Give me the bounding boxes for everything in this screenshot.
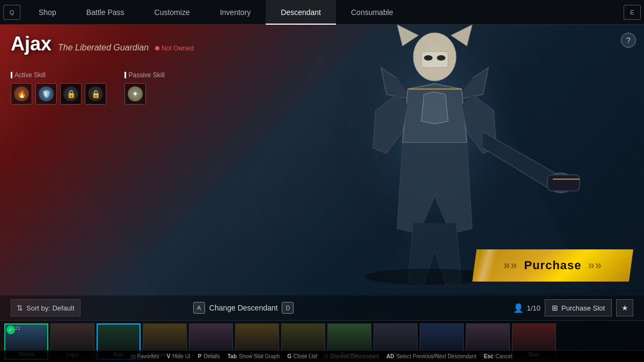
character-title: The Liberated Guardian — [58, 43, 149, 53]
info-panel: Ajax The Liberated Guardian Not Owned Ac… — [11, 33, 194, 105]
not-owned-badge: Not Owned — [155, 45, 194, 52]
hint-action: Close List — [294, 353, 317, 359]
active-skill-icons: 🔥 🛡️ 🔒 🔒 — [11, 83, 106, 105]
nav-descendant[interactable]: Descendant — [266, 0, 336, 25]
hint-item: VHide UI — [167, 353, 191, 359]
svg-point-13 — [424, 43, 445, 70]
active-skill-label: Active Skill — [11, 71, 106, 79]
hint-action: Select Previous/Next Descendant — [397, 353, 477, 359]
favorite-button[interactable]: ★ — [616, 299, 633, 316]
nav-right-key[interactable]: E — [624, 5, 641, 20]
hint-item: GClose List — [287, 353, 317, 359]
purchase-button[interactable]: »» Purchase »» — [472, 249, 633, 282]
hint-item: EscCancel — [484, 353, 513, 359]
help-button[interactable]: ? — [621, 33, 636, 48]
purchase-slot-button[interactable]: ⊞ Purchase Slot — [545, 299, 612, 316]
star-icon: ★ — [621, 304, 628, 312]
hint-key: □ — [325, 353, 328, 359]
hint-action: Favorites — [137, 353, 159, 359]
main-area: Ajax The Liberated Guardian Not Owned Ac… — [0, 25, 644, 362]
hint-key: □ — [132, 353, 135, 359]
passive-skill-icon-1[interactable]: ✦ — [125, 83, 146, 105]
nav-customize[interactable]: Customize — [140, 0, 205, 25]
nav-shop[interactable]: Shop — [24, 0, 71, 25]
hint-key: Esc — [484, 353, 494, 359]
sort-button[interactable]: ⇅ Sort by: Default — [11, 299, 80, 316]
hint-key: Tab — [228, 353, 237, 359]
hint-key: G — [287, 353, 291, 359]
nav-inventory[interactable]: Inventory — [205, 0, 266, 25]
hint-item: ADSelect Previous/Next Descendant — [386, 353, 476, 359]
hint-action: Show Stat Graph — [239, 353, 280, 359]
hint-action: Hide UI — [172, 353, 190, 359]
not-owned-dot — [155, 46, 159, 50]
slot-count: 👤 1/10 — [513, 303, 540, 313]
hint-item: □Dismiss Descendant — [325, 353, 379, 359]
active-skills-group: Active Skill 🔥 🛡️ 🔒 🔒 — [11, 71, 106, 105]
passive-skill-label: Passive Skill — [125, 71, 164, 79]
hint-item: PDetails — [198, 353, 220, 359]
key-a-badge[interactable]: A — [193, 302, 205, 314]
hint-item: □Favorites — [132, 353, 159, 359]
top-navigation: Q Shop Battle Pass Customize Inventory D… — [0, 0, 644, 25]
character-name: Ajax — [11, 33, 52, 55]
key-d-badge[interactable]: D — [282, 302, 294, 314]
skill-icon-1[interactable]: 🔥 — [11, 83, 32, 105]
passive-skills-group: Passive Skill ✦ — [125, 71, 164, 105]
footer-hints: □FavoritesVHide UIPDetailsTabShow Stat G… — [0, 350, 644, 362]
hint-action: Dismiss Descendant — [330, 353, 379, 359]
nav-left-key[interactable]: Q — [3, 5, 20, 20]
skill-icon-4[interactable]: 🔒 — [85, 83, 106, 105]
skills-section: Active Skill 🔥 🛡️ 🔒 🔒 — [11, 71, 194, 105]
nav-battle-pass[interactable]: Battle Pass — [71, 0, 140, 25]
hint-key: V — [167, 353, 171, 359]
nav-consumable[interactable]: Consumable — [336, 0, 408, 25]
change-descendant-control: A Change Descendant D — [193, 302, 294, 314]
passive-skill-icons: ✦ — [125, 83, 164, 105]
hint-action: Details — [203, 353, 220, 359]
hint-action: Cancel — [495, 353, 512, 359]
bottom-controls: ⇅ Sort by: Default A Change Descendant D… — [0, 295, 644, 320]
character-name-row: Ajax The Liberated Guardian Not Owned — [11, 33, 194, 55]
skill-icon-2[interactable]: 🛡️ — [35, 83, 57, 105]
person-icon: 👤 — [513, 303, 524, 313]
hint-item: TabShow Stat Graph — [228, 353, 280, 359]
slots-info: 👤 1/10 ⊞ Purchase Slot ★ — [513, 299, 633, 316]
grid-icon: ⊞ — [552, 304, 558, 312]
svg-rect-12 — [547, 175, 580, 191]
skill-icon-3[interactable]: 🔒 — [60, 83, 82, 105]
sort-icon: ⇅ — [17, 304, 23, 312]
hint-key: P — [198, 353, 202, 359]
hint-key: AD — [386, 353, 394, 359]
roster-owned-check: ✓ — [6, 326, 15, 334]
